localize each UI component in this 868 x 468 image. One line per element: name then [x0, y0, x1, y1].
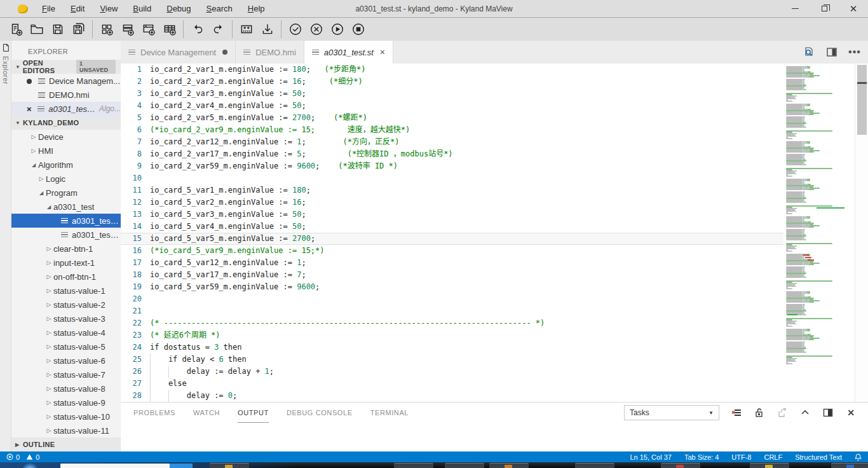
tab-demo.hmi[interactable]: DEMO.hmi [236, 41, 304, 64]
code-line[interactable]: 24if dostatus = 3 then [121, 341, 783, 354]
redo-button[interactable] [208, 20, 229, 39]
minimize-button[interactable] [780, 0, 810, 17]
code-line[interactable]: 8io_card_2_var17_m.enginValue := 5; (*控制… [121, 148, 783, 160]
taskbar-search-button[interactable] [170, 464, 193, 468]
code-line[interactable]: 9io_card_2_var59_m.enginValue := 9600; (… [121, 160, 783, 172]
code-line[interactable]: 12io_card_5_var2_m.enginValue := 16; [121, 196, 783, 209]
editor-scrollbar[interactable] [855, 64, 868, 402]
code-line[interactable]: 20 [121, 293, 783, 305]
problems-status[interactable]: 0 0 [6, 453, 39, 461]
code-line[interactable]: 27else [121, 378, 783, 390]
menu-build[interactable]: Build [125, 0, 159, 17]
code-line[interactable]: 13io_card_5_var3_m.enginValue := 50; [121, 209, 783, 221]
taskbar-app-button[interactable] [750, 463, 789, 468]
code-line[interactable]: 3io_card_2_var3_m.enginValue := 50; [121, 88, 783, 100]
activity-bar[interactable]: Explorer [0, 41, 11, 451]
maximize-panel-icon[interactable] [799, 407, 811, 418]
code-line[interactable]: 26delay := delay + 1; [121, 366, 783, 378]
taskbar-app-button[interactable] [394, 463, 433, 468]
tree-item-clear-btn-1[interactable]: ▷clear-btn-1 [11, 242, 121, 256]
tree-item-status-value-5[interactable]: ▷status-value-5 [11, 340, 121, 354]
tree-item-status-value-6[interactable]: ▷status-value-6 [11, 354, 121, 368]
code-line[interactable]: 28delay := 0; [121, 390, 783, 402]
tree-item-input-text-1[interactable]: ▷input-text-1 [11, 256, 121, 270]
unlock-scroll-icon[interactable] [754, 407, 765, 418]
close-panel-icon[interactable]: ✕ [845, 407, 857, 418]
tree-item-status-value-10[interactable]: ▷status-value-10 [11, 410, 121, 423]
tree-item-status-value-11[interactable]: ▷status-value-11 [11, 423, 121, 437]
code-line[interactable]: 10 [121, 172, 783, 184]
tree-item-status-value-8[interactable]: ▷status-value-8 [11, 382, 121, 396]
code-line[interactable]: 1io_card_2_var1_m.enginValue := 180; (*步… [121, 64, 783, 76]
taskbar-app-button[interactable] [831, 463, 868, 468]
tab-close-icon[interactable]: × [380, 48, 385, 57]
code-line[interactable]: 22(* -----------------------------------… [121, 317, 783, 329]
panel-tab-terminal[interactable]: TERMINAL [370, 403, 409, 423]
toggle-panel-icon[interactable] [822, 407, 834, 418]
taskbar-app-button[interactable] [661, 463, 700, 468]
menu-file[interactable]: File [34, 0, 63, 17]
save-all-button[interactable] [68, 20, 89, 39]
code-line[interactable]: 11io_card_5_var1_m.enginValue := 180; [121, 184, 783, 196]
project-header[interactable]: ▼ KYLAND_DEMO [11, 116, 121, 130]
code-line[interactable]: 7io_card_2_var12_m.enginValue := 1; (*方向… [121, 136, 783, 148]
taskbar-app-button[interactable] [445, 463, 484, 468]
tree-item-Program[interactable]: ◢Program [11, 186, 121, 200]
new-file-button[interactable] [5, 20, 26, 39]
tree-item-Algorithm[interactable]: ◢Algorithm [11, 158, 121, 172]
code-line[interactable]: 5io_card_2_var5_m.enginValue := 2700; (*… [121, 112, 783, 124]
validate-button[interactable] [285, 20, 306, 39]
code-line[interactable]: 14io_card_5_var4_m.enginValue := 50; [121, 221, 783, 233]
code-line[interactable]: 25if delay < 6 then [121, 354, 783, 366]
download-button[interactable] [257, 20, 278, 39]
outline-header[interactable]: ▶ OUTLINE [11, 437, 121, 451]
tree-item-on-off-btn-1[interactable]: ▷on-off-btn-1 [11, 270, 121, 284]
menu-debug[interactable]: Debug [159, 0, 198, 17]
open-editors-header[interactable]: ▼ OPEN EDITORS 1 UNSAVED [11, 60, 121, 74]
code-line[interactable]: 17io_card_5_var12_m.enginValue := 1; [121, 257, 783, 269]
minimap[interactable] [783, 64, 855, 402]
code-line[interactable]: 23(* 延迟6个周期 *) [121, 329, 783, 341]
output-channel-select[interactable]: Tasks ▼ [624, 405, 719, 420]
tree-item-a0301_test.st[interactable]: a0301_test.st [11, 214, 121, 228]
menu-view[interactable]: View [92, 0, 125, 17]
more-actions-icon[interactable]: ••• [849, 46, 860, 58]
stop-button[interactable] [348, 20, 369, 39]
open-in-editor-icon[interactable] [776, 407, 788, 418]
save-button[interactable] [47, 20, 68, 39]
tree-item-status-value-4[interactable]: ▷status-value-4 [11, 326, 121, 340]
tree-item-a0301_test[interactable]: ◢a0301_test [11, 200, 121, 214]
code-lines[interactable]: 1io_card_2_var1_m.enginValue := 180; (*步… [121, 64, 783, 402]
code-line[interactable]: 15io_card_5_var5_m.enginValue := 2700; [121, 233, 783, 245]
tree-item-status-value-3[interactable]: ▷status-value-3 [11, 312, 121, 326]
panel-tab-watch[interactable]: WATCH [193, 403, 220, 423]
menu-edit[interactable]: Edit [63, 0, 92, 17]
restore-button[interactable] [810, 0, 839, 17]
code-editor[interactable]: 1io_card_2_var1_m.enginValue := 180; (*步… [121, 64, 868, 402]
status-utf-8[interactable]: UTF-8 [731, 453, 751, 461]
taskbar-app-button[interactable] [489, 463, 529, 468]
close-button[interactable]: ✕ [839, 0, 868, 17]
status-structured[interactable]: Structured Text [795, 453, 842, 461]
code-line[interactable]: 4io_card_2_var4_m.enginValue := 50; [121, 100, 783, 112]
code-line[interactable]: 6(*io_card_2_var9_m.enginValue := 15; 速度… [121, 124, 783, 136]
tree-item-a0301_test.vt[interactable]: a0301_test.vt [11, 228, 121, 242]
open-editor-item[interactable]: ×a0301_test.stAlgo... [11, 102, 121, 116]
windows-taskbar[interactable] [0, 462, 868, 468]
tree-item-status-value-9[interactable]: ▷status-value-9 [11, 396, 121, 410]
menu-help[interactable]: Help [240, 0, 273, 17]
start-button[interactable] [23, 463, 37, 468]
clear-output-icon[interactable] [731, 407, 742, 418]
notifications-bell-icon[interactable] [855, 453, 862, 461]
open-editor-item[interactable]: DEMO.hmi [11, 88, 121, 102]
taskbar-app-button[interactable] [210, 463, 249, 468]
new-variable-table-button[interactable] [159, 20, 180, 39]
tab-a0301_test.st[interactable]: a0301_test.st× [304, 41, 393, 64]
scrollbar-thumb[interactable] [857, 65, 867, 135]
code-line[interactable]: 16(*io_card_5_var9_m.enginValue := 15;*) [121, 245, 783, 257]
start-button[interactable] [327, 20, 348, 39]
status-ln[interactable]: Ln 15, Col 37 [630, 453, 671, 461]
code-line[interactable]: 18io_card_5_var17_m.enginValue := 7; [121, 269, 783, 281]
taskbar-app-button[interactable] [575, 463, 614, 468]
menu-search[interactable]: Search [199, 0, 240, 17]
